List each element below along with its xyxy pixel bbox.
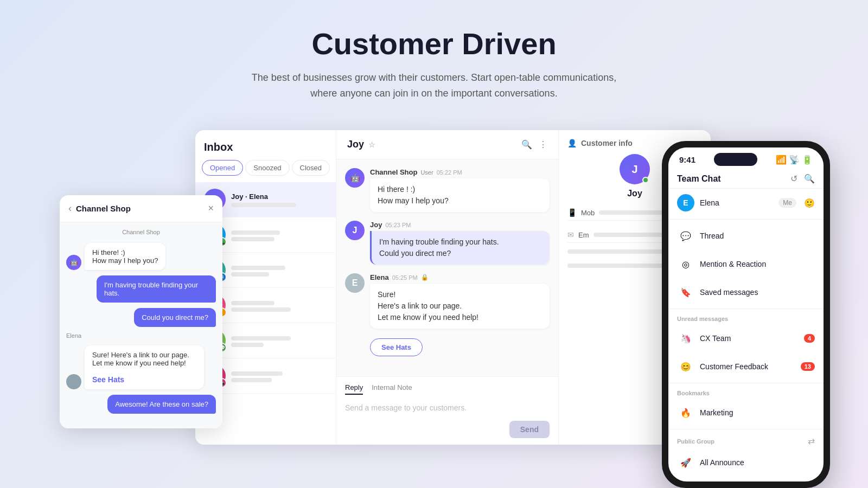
main-heading: Customer Driven xyxy=(0,26,868,61)
search-icon[interactable]: 🔍 xyxy=(521,139,532,150)
phone-mockup: 9:41 📶 📡 🔋 Team Chat ↺ 🔍 xyxy=(662,141,830,488)
online-indicator xyxy=(642,177,649,183)
emoji-icon: 🙂 xyxy=(804,198,815,208)
phone-list: E Elena Me 🙂 💬 Thread ◎ Mention & Reacti… xyxy=(668,189,824,481)
phone-pill xyxy=(714,153,757,166)
list-item[interactable]: 🦄 CX Team 4 xyxy=(668,324,824,352)
reply-tab[interactable]: Reply xyxy=(345,383,363,395)
list-item[interactable]: 🌐 Sales xyxy=(668,477,824,481)
star-icon[interactable]: ☆ xyxy=(368,140,375,149)
agent-name-label: Elena xyxy=(66,332,216,339)
close-button[interactable]: × xyxy=(208,203,214,214)
phone-search-icon[interactable]: 🔍 xyxy=(804,174,815,184)
announce-icon: 🚀 xyxy=(677,454,694,471)
internal-note-tab[interactable]: Internal Note xyxy=(372,383,412,395)
thread-label: Thread xyxy=(700,232,815,240)
mobile-chat-body: Channel Shop 🤖 Hi there! :)How may I hel… xyxy=(60,222,222,428)
message-row: E Elena 05:25 PM 🔒 Sure!Here's a link to… xyxy=(345,273,550,356)
elena-avatar: E xyxy=(677,194,694,211)
customer-info-label: Customer info xyxy=(581,139,633,147)
list-item[interactable]: 🔖 Saved messages xyxy=(668,278,824,306)
mention-icon: ◎ xyxy=(677,255,694,273)
agent-avatar xyxy=(66,374,81,389)
main-subheading: The best of businesses grow with their c… xyxy=(244,70,624,101)
list-item[interactable]: 🔥 Marketing xyxy=(668,399,824,427)
info-icon: 👤 xyxy=(567,139,577,147)
agent-message: Sure! Here's a link to our page. Let me … xyxy=(85,345,204,389)
back-button[interactable]: ‹ xyxy=(68,203,72,214)
saved-icon: 🔖 xyxy=(677,284,694,301)
list-item[interactable]: 💬 Thread xyxy=(668,222,824,250)
bot-message-1: Hi there! :)How may I help you? xyxy=(85,243,165,270)
bot-label: Channel Shop xyxy=(66,229,216,235)
user-message-2: Could you direct me? xyxy=(134,308,216,327)
bookmarks-section-label: Bookmarks xyxy=(668,386,824,399)
email-icon: ✉ xyxy=(567,230,574,239)
phone-app-header: Team Chat ↺ 🔍 xyxy=(668,169,824,189)
inbox-item-name: Joy · Elena xyxy=(231,192,327,201)
message-input[interactable]: Send a message to your customers. xyxy=(345,399,550,416)
cx-team-label: CX Team xyxy=(700,334,799,343)
msg-sender: Joy xyxy=(370,221,382,229)
chat-messages: 🤖 Channel Shop User 05:22 PM Hi there ! … xyxy=(336,159,558,376)
bot-icon: 🤖 xyxy=(66,255,81,270)
elena-label: Elena xyxy=(700,198,773,207)
chat-title: Joy xyxy=(347,139,364,150)
public-section-label: Public Group xyxy=(677,438,714,445)
list-item[interactable]: E Elena Me 🙂 xyxy=(668,189,824,217)
ui-area: ‹ Channel Shop × Channel Shop 🤖 Hi there… xyxy=(108,130,760,445)
user-avatar: J xyxy=(345,221,365,240)
unread-section-label: Unread messages xyxy=(668,311,824,324)
battery-icon: 🔋 xyxy=(802,155,813,165)
mobile-chat-title: Channel Shop xyxy=(76,204,131,213)
customer-name: Joy xyxy=(627,189,642,198)
mobile-icon: 📱 xyxy=(567,208,577,217)
user-message-1: I'm having trouble finding your hats. xyxy=(97,275,216,303)
message-row: 🤖 Channel Shop User 05:22 PM Hi there ! … xyxy=(345,168,550,212)
saved-label: Saved messages xyxy=(700,288,815,297)
inbox-tabs: Opened Snoozed Closed xyxy=(195,160,336,182)
feedback-label: Customer Feedback xyxy=(700,362,795,371)
list-item[interactable]: ◎ Mention & Reaction xyxy=(668,250,824,278)
tab-snoozed[interactable]: Snoozed xyxy=(245,160,289,176)
send-button[interactable]: Send xyxy=(509,421,550,438)
feedback-icon: 😊 xyxy=(677,358,694,375)
marketing-label: Marketing xyxy=(700,408,815,417)
phone-app-title: Team Chat xyxy=(677,174,721,184)
msg-bubble: Hi there ! :)How may I help you? xyxy=(370,178,550,212)
chat-header: Joy ☆ 🔍 ⋮ xyxy=(336,130,558,159)
announce-label: All Announce xyxy=(700,458,815,467)
more-icon[interactable]: ⋮ xyxy=(539,139,547,150)
agent-avatar: E xyxy=(345,273,365,293)
user-message-3: Awesome! Are these on sale? xyxy=(107,395,216,414)
list-item[interactable]: 🚀 All Announce xyxy=(668,448,824,477)
mobile-chat-header: ‹ Channel Shop × xyxy=(60,195,222,222)
see-hats-button[interactable]: See Hats xyxy=(370,338,423,356)
public-group-icon: ⇄ xyxy=(808,436,815,446)
see-hats-link[interactable]: See Hats xyxy=(92,375,124,384)
thread-icon: 💬 xyxy=(677,227,694,245)
customer-avatar: J xyxy=(620,154,650,184)
bot-avatar: 🤖 xyxy=(345,168,365,188)
desktop-panel: Inbox Opened Snoozed Closed J Joy · Elen… xyxy=(195,130,711,445)
mention-label: Mention & Reaction xyxy=(700,260,815,268)
phone-screen: 9:41 📶 📡 🔋 Team Chat ↺ 🔍 xyxy=(668,147,824,481)
page-header: Customer Driven The best of businesses g… xyxy=(0,0,868,119)
me-badge: Me xyxy=(778,198,796,208)
tab-closed[interactable]: Closed xyxy=(292,160,330,176)
cx-team-icon: 🦄 xyxy=(677,330,694,347)
signal-icon: 📶 xyxy=(776,155,787,165)
msg-bubble-highlighted: I'm having trouble finding your hats.Cou… xyxy=(370,231,550,265)
msg-sender: Channel Shop xyxy=(370,168,417,176)
feedback-badge: 13 xyxy=(801,362,815,371)
inbox-title: Inbox xyxy=(195,130,336,160)
chat-input-area: Reply Internal Note Send a message to yo… xyxy=(336,376,558,445)
wifi-icon: 📡 xyxy=(789,155,800,165)
phone-time: 9:41 xyxy=(679,155,695,164)
cx-team-badge: 4 xyxy=(804,334,815,343)
phone-status-bar: 9:41 📶 📡 🔋 xyxy=(668,147,824,169)
chat-panel: Joy ☆ 🔍 ⋮ 🤖 Channel Shop User 05 xyxy=(336,130,559,445)
history-icon[interactable]: ↺ xyxy=(790,174,797,184)
list-item[interactable]: 😊 Customer Feedback 13 xyxy=(668,352,824,381)
tab-opened[interactable]: Opened xyxy=(202,160,243,176)
